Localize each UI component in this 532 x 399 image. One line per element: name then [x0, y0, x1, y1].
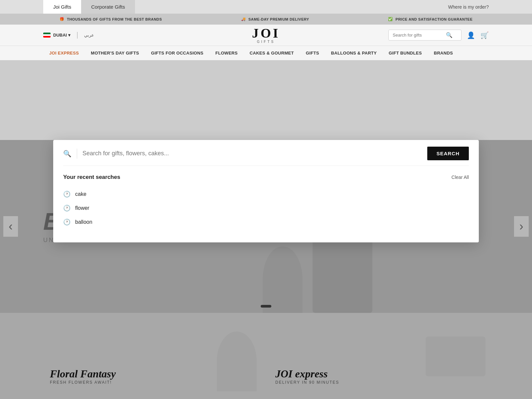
nav-item-gifts[interactable]: GIFTS [300, 46, 325, 60]
modal-search-icon: 🔍 [63, 150, 71, 158]
delivery-icon: 🚚 [241, 17, 246, 21]
nav-item-balloons-party[interactable]: BALLOONS & PARTY [325, 46, 383, 60]
search-icon: 🔍 [446, 32, 453, 38]
chevron-down-icon: ▾ [68, 33, 70, 38]
gift-icon: 🎁 [60, 17, 65, 21]
header-left: DUBAI ▾ عربي [43, 32, 94, 39]
recent-item-label-flower: flower [75, 205, 89, 211]
header-right: 🔍 👤 🛒 [388, 30, 489, 41]
content-area: 🔍 SEARCH Your recent searches Clear All … [0, 140, 532, 399]
nav-item-flowers[interactable]: FLOWERS [209, 46, 244, 60]
banner-item-1: 🎁 THOUSANDS OF GIFTS FROM THE BEST BRAND… [60, 17, 162, 21]
location-label: DUBAI [53, 33, 67, 38]
header-search-box[interactable]: 🔍 [388, 30, 462, 41]
nav-item-gifts-occasions[interactable]: GIFTS FOR OCCASIONS [145, 46, 209, 60]
card2-title: JOI express [275, 368, 339, 380]
header-search-input[interactable] [393, 33, 446, 38]
logo: JOI GIFTS [252, 27, 280, 44]
recent-item-label-balloon: balloon [75, 219, 92, 225]
clock-icon-2: 🕐 [63, 204, 70, 212]
search-modal: 🔍 SEARCH Your recent searches Clear All … [53, 140, 479, 242]
clock-icon: 🕐 [63, 191, 70, 198]
nav-item-gift-bundles[interactable]: GIFT BUNDLES [383, 46, 428, 60]
recent-item-label-cake: cake [75, 191, 86, 197]
main-header: DUBAI ▾ عربي JOI GIFTS 🔍 👤 🛒 [0, 25, 532, 46]
top-tab-bar: Joi Gifts Corporate Gifts Where is my or… [0, 0, 532, 14]
tab-corporate-gifts[interactable]: Corporate Gifts [81, 0, 135, 14]
recent-item-balloon[interactable]: 🕐 balloon [63, 215, 469, 229]
guarantee-icon: ✅ [388, 17, 393, 21]
carousel-dot-1[interactable] [261, 305, 271, 308]
nav-item-brands[interactable]: BRANDS [428, 46, 459, 60]
card1-title: Floral Fantasy [50, 368, 116, 380]
cart-icon[interactable]: 🛒 [480, 31, 489, 39]
clock-icon-3: 🕐 [63, 218, 70, 226]
modal-search-button[interactable]: SEARCH [427, 147, 469, 160]
nav-item-mothers-day[interactable]: MOTHER'S DAY GIFTS [85, 46, 145, 60]
recent-item-flower[interactable]: 🕐 flower [63, 201, 469, 215]
arabic-language-toggle[interactable]: عربي [84, 33, 94, 38]
card1-text: Floral Fantasy FRESH FLOWERS AWAIT! [50, 368, 116, 385]
clear-all-button[interactable]: Clear All [452, 175, 469, 180]
recent-searches-header: Your recent searches Clear All [63, 174, 469, 181]
card1-subtitle: FRESH FLOWERS AWAIT! [50, 380, 116, 385]
card2-text: JOI express DELIVERY IN 90 MINUTES [275, 368, 339, 385]
location-selector[interactable]: DUBAI ▾ [43, 33, 70, 38]
logo-text: JOI [252, 27, 280, 40]
tab-joi-gifts[interactable]: Joi Gifts [43, 0, 81, 14]
card2-subtitle: DELIVERY IN 90 MINUTES [275, 380, 339, 385]
carousel-prev-button[interactable]: ‹ [3, 216, 18, 237]
banner-bar: 🎁 THOUSANDS OF GIFTS FROM THE BEST BRAND… [0, 14, 532, 25]
banner-item-3: ✅ PRICE AND SATISFACTION GUARANTEE [388, 17, 472, 21]
vertical-divider [77, 32, 77, 39]
main-nav: JOI EXPRESS MOTHER'S DAY GIFTS GIFTS FOR… [0, 46, 532, 60]
carousel-next-button[interactable]: › [514, 216, 529, 237]
nav-item-joi-express[interactable]: JOI EXPRESS [43, 46, 85, 60]
flag-icon [43, 33, 51, 38]
carousel-dots [261, 305, 271, 308]
banner-item-2: 🚚 SAME-DAY PREMIUM DELIVERY [241, 17, 309, 21]
modal-search-row: 🔍 SEARCH [63, 147, 469, 166]
recent-item-cake[interactable]: 🕐 cake [63, 187, 469, 201]
nav-item-cakes-gourmet[interactable]: CAKES & GOURMET [244, 46, 300, 60]
modal-search-input[interactable] [82, 150, 423, 157]
account-icon[interactable]: 👤 [467, 31, 475, 39]
where-is-my-order-link[interactable]: Where is my order? [448, 0, 489, 14]
recent-searches-title: Your recent searches [63, 174, 120, 181]
